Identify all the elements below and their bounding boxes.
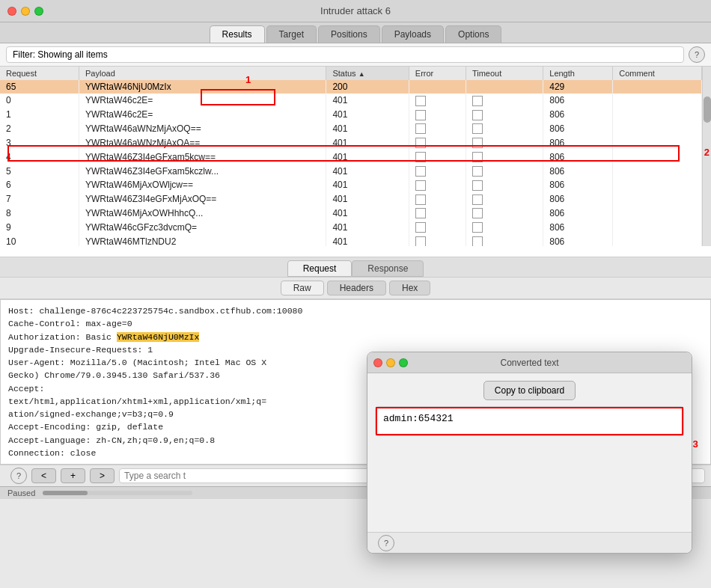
- table-body: 65YWRtaW46NjU0MzIx2004290YWRtaW46c2E=401…: [0, 80, 702, 246]
- cell-timeout: [466, 192, 543, 206]
- main-tabbar: Results Target Positions Payloads Option…: [0, 22, 711, 43]
- tab-target[interactable]: Target: [266, 25, 317, 43]
- converted-result-box: admin:654321 3: [375, 406, 684, 436]
- cell-status: 200: [326, 80, 409, 94]
- col-timeout[interactable]: Timeout: [466, 67, 543, 80]
- col-length[interactable]: Length: [543, 67, 613, 80]
- maximize-button[interactable]: [34, 7, 43, 16]
- copy-to-clipboard-button[interactable]: Copy to clipboard: [483, 381, 576, 400]
- window-title: Intruder attack 6: [320, 5, 391, 16]
- cell-request-id: 7: [0, 192, 79, 206]
- cell-error: [409, 108, 466, 122]
- cell-status: 401: [326, 108, 409, 122]
- format-tabbar: Raw Headers Hex: [0, 278, 711, 299]
- cell-length: 806: [543, 122, 613, 136]
- col-error[interactable]: Error: [409, 67, 466, 80]
- table-row[interactable]: 65YWRtaW46NjU0MzIx200429: [0, 80, 702, 94]
- cell-payload: YWRtaW46MTlzNDU2: [79, 234, 326, 246]
- tab-request[interactable]: Request: [287, 260, 353, 277]
- table-row[interactable]: 2YWRtaW46aWNzMjAxOQ==401806: [0, 122, 702, 136]
- request-line-2: Cache-Control: max-age=0: [8, 317, 703, 330]
- cell-comment: [613, 192, 702, 206]
- cell-status: 401: [326, 94, 409, 108]
- cell-length: 806: [543, 94, 613, 108]
- table-row[interactable]: 3YWRtaW46aWNzMjAxOA==401806: [0, 135, 702, 150]
- tab-positions[interactable]: Positions: [318, 25, 380, 43]
- titlebar-buttons: [7, 7, 43, 16]
- cell-status: 401: [326, 135, 409, 150]
- cell-comment: [613, 108, 702, 122]
- prev-button[interactable]: <: [31, 468, 56, 483]
- cell-timeout: [466, 178, 543, 192]
- col-payload[interactable]: Payload: [79, 67, 326, 80]
- cell-comment: [613, 135, 702, 150]
- table-row[interactable]: 10YWRtaW46MTlzNDU2401806: [0, 234, 702, 246]
- close-button[interactable]: [7, 7, 16, 16]
- cell-comment: [613, 220, 702, 234]
- popup-content: Copy to clipboard admin:654321 3: [367, 373, 692, 532]
- tab-payloads[interactable]: Payloads: [382, 25, 444, 43]
- table-row[interactable]: 7YWRtaW46Z3I4eGFxMjAxOQ==401806: [0, 192, 702, 206]
- cell-error: [409, 164, 466, 178]
- cell-status: 401: [326, 178, 409, 192]
- help-button[interactable]: ?: [689, 46, 705, 63]
- cell-error: [409, 206, 466, 221]
- add-button[interactable]: +: [61, 468, 85, 483]
- results-area: 1 2 Request Payload Status ▲ Error Timeo…: [0, 67, 711, 257]
- tab-hex[interactable]: Hex: [389, 281, 430, 295]
- col-request[interactable]: Request: [0, 67, 79, 80]
- tab-options[interactable]: Options: [445, 25, 501, 43]
- next-button[interactable]: >: [90, 468, 115, 483]
- cell-timeout: [466, 94, 543, 108]
- cell-payload: YWRtaW46aWNzMjAxOQ==: [79, 122, 326, 136]
- cell-comment: [613, 234, 702, 246]
- tab-results[interactable]: Results: [210, 25, 265, 43]
- status-text: Paused: [7, 489, 35, 497]
- cell-comment: [613, 80, 702, 94]
- cell-length: 806: [543, 164, 613, 178]
- table-row[interactable]: 5YWRtaW46Z3I4eGFxam5kczlw...401806: [0, 164, 702, 178]
- col-comment[interactable]: Comment: [613, 67, 702, 80]
- popup-close-button[interactable]: [373, 358, 382, 367]
- cell-timeout: [466, 80, 543, 94]
- cell-payload: YWRtaW46c2E=: [79, 108, 326, 122]
- cell-error: [409, 234, 466, 246]
- cell-length: 806: [543, 206, 613, 221]
- table-row[interactable]: 1YWRtaW46c2E=401806: [0, 108, 702, 122]
- cell-request-id: 6: [0, 178, 79, 192]
- cell-error: [409, 94, 466, 108]
- col-status[interactable]: Status ▲: [326, 67, 409, 80]
- minimize-button[interactable]: [21, 7, 30, 16]
- table-row[interactable]: 9YWRtaW46cGFzc3dvcmQ=401806: [0, 220, 702, 234]
- popup-maximize-button[interactable]: [399, 358, 408, 367]
- cell-request-id: 10: [0, 234, 79, 246]
- filter-input[interactable]: [6, 46, 684, 63]
- help-button-bottom[interactable]: ?: [10, 468, 27, 484]
- table-row[interactable]: 4YWRtaW46Z3I4eGFxam5kcw==401806: [0, 150, 702, 164]
- cell-status: 401: [326, 206, 409, 221]
- cell-request-id: 9: [0, 220, 79, 234]
- tab-raw[interactable]: Raw: [281, 281, 324, 295]
- table-row[interactable]: 8YWRtaW46MjAxOWHhhcQ...401806: [0, 206, 702, 221]
- table-scroll[interactable]: Request Payload Status ▲ Error Timeout L…: [0, 67, 711, 246]
- cell-comment: [613, 206, 702, 221]
- request-line-1: Host: challenge-876c4c223725754c.sandbox…: [8, 304, 703, 317]
- req-res-tabbar: Request Response: [0, 257, 711, 278]
- cell-timeout: [466, 122, 543, 136]
- cell-timeout: [466, 164, 543, 178]
- cell-length: 429: [543, 80, 613, 94]
- cell-payload: YWRtaW46MjAxOWljcw==: [79, 178, 326, 192]
- popup-help-button[interactable]: ?: [378, 535, 394, 551]
- table-row[interactable]: 6YWRtaW46MjAxOWljcw==401806: [0, 178, 702, 192]
- cell-error: [409, 150, 466, 164]
- highlighted-token: YWRtaW46NjU0MzIx: [117, 332, 199, 342]
- cell-length: 806: [543, 108, 613, 122]
- tab-headers[interactable]: Headers: [327, 281, 386, 295]
- converted-result-text: admin:654321: [383, 413, 454, 424]
- tab-response[interactable]: Response: [352, 260, 424, 277]
- cell-comment: [613, 164, 702, 178]
- cell-timeout: [466, 234, 543, 246]
- popup-minimize-button[interactable]: [386, 358, 395, 367]
- table-row[interactable]: 0YWRtaW46c2E=401806: [0, 94, 702, 108]
- filterbar: ?: [0, 43, 711, 67]
